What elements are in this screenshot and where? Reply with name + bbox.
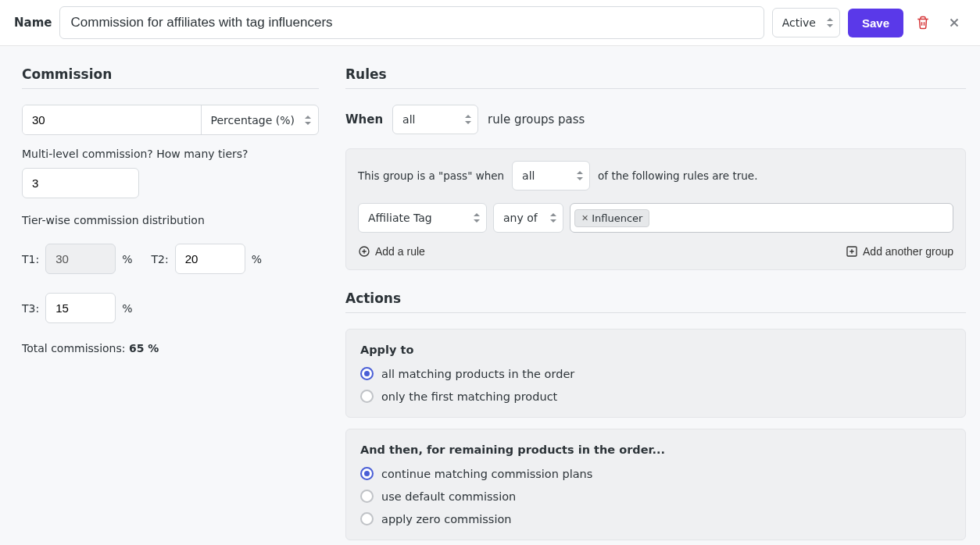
radio-icon [360, 490, 374, 503]
radio-icon [360, 367, 374, 380]
rule-operator-value: any of [503, 212, 538, 224]
mlm-label: Multi-level commission? How many tiers? [22, 148, 319, 160]
apply-to-option-all[interactable]: all matching products in the order [360, 367, 951, 380]
rule-field-select[interactable]: Affiliate Tag [358, 203, 487, 233]
close-icon [947, 16, 961, 30]
rule-field-value: Affiliate Tag [368, 212, 432, 224]
when-row: When all rule groups pass [345, 105, 966, 134]
name-label: Name [14, 16, 52, 30]
chevron-updown-icon [304, 115, 312, 126]
radio-icon [360, 467, 374, 480]
group-suffix: of the following rules are true. [598, 169, 757, 182]
trash-icon [916, 16, 930, 30]
then-option-continue[interactable]: continue matching commission plans [360, 467, 951, 480]
actions-title: Actions [345, 290, 966, 313]
apply-to-panel: Apply to all matching products in the or… [345, 329, 966, 418]
radio-label: only the first matching product [381, 390, 557, 403]
add-rule-label: Add a rule [375, 245, 425, 258]
percent-sign: % [122, 302, 132, 315]
when-select-value: all [402, 113, 415, 126]
tier-label: T3: [22, 302, 39, 315]
radio-label: continue matching commission plans [381, 468, 592, 480]
group-header: This group is a "pass" when all of the f… [358, 161, 953, 191]
percent-sign: % [122, 253, 132, 265]
rule-row: Affiliate Tag any of ✕ Influencer [358, 203, 953, 233]
status-select[interactable]: Active [772, 8, 840, 37]
when-label: When [345, 112, 383, 126]
name-input[interactable] [59, 6, 764, 39]
commission-type-select[interactable]: Percentage (%) [201, 105, 318, 134]
add-rule-button[interactable]: Add a rule [358, 245, 425, 258]
tag-remove-icon[interactable]: ✕ [581, 213, 588, 223]
plus-square-icon [846, 245, 858, 258]
when-suffix: rule groups pass [488, 112, 585, 126]
plus-circle-icon [358, 245, 370, 258]
rules-title: Rules [345, 66, 966, 89]
percent-sign: % [252, 253, 262, 265]
tier-value-input-t3[interactable] [45, 293, 116, 323]
apply-to-option-first[interactable]: only the first matching product [360, 390, 951, 403]
commission-amount-input[interactable] [23, 105, 201, 134]
tag-text: Influencer [592, 212, 642, 224]
and-then-panel: And then, for remaining products in the … [345, 429, 966, 540]
radio-label: use default commission [381, 490, 516, 503]
commission-amount-row: Percentage (%) [22, 105, 319, 135]
tier-inputs-row-2: T3: % [22, 293, 319, 323]
tag-chip: ✕ Influencer [574, 209, 649, 227]
total-value: 65 % [129, 342, 159, 354]
add-group-label: Add another group [863, 245, 953, 258]
header-bar: Name Active Save [0, 0, 980, 46]
then-option-default[interactable]: use default commission [360, 490, 951, 503]
rule-value-taginput[interactable]: ✕ Influencer [570, 203, 953, 233]
rule-operator-select[interactable]: any of [493, 203, 563, 233]
delete-button[interactable] [911, 11, 935, 34]
tier-value-input-t2[interactable] [175, 244, 245, 274]
apply-to-label: Apply to [360, 344, 951, 356]
radio-label: all matching products in the order [381, 368, 574, 380]
radio-icon [360, 512, 374, 525]
close-button[interactable] [942, 11, 966, 34]
tiers-count-input[interactable] [22, 168, 139, 198]
total-commissions-line: Total commissions: 65 % [22, 342, 319, 354]
commission-type-value: Percentage (%) [211, 114, 295, 126]
tier-item: T3: % [22, 293, 133, 323]
status-select-value: Active [782, 16, 816, 29]
tier-item: T2: % [152, 244, 263, 274]
group-pass-value: all [522, 169, 535, 182]
group-pass-select[interactable]: all [512, 161, 590, 191]
content: Commission Percentage (%) Multi-level co… [0, 46, 980, 545]
commission-panel: Commission Percentage (%) Multi-level co… [22, 66, 319, 545]
radio-label: apply zero commission [381, 513, 512, 525]
tier-label: T1: [22, 253, 39, 265]
tier-inputs-row: T1: % T2: % [22, 244, 319, 274]
tier-value-input-t1 [45, 244, 116, 274]
total-prefix: Total commissions: [22, 342, 129, 354]
tier-dist-label: Tier-wise commission distribution [22, 214, 319, 226]
group-footer: Add a rule Add another group [358, 245, 953, 258]
then-option-zero[interactable]: apply zero commission [360, 512, 951, 525]
rules-actions-panel: Rules When all rule groups pass This gro… [345, 66, 966, 545]
tier-label: T2: [152, 253, 169, 265]
save-button[interactable]: Save [848, 9, 903, 37]
rule-group: This group is a "pass" when all of the f… [345, 148, 966, 270]
and-then-label: And then, for remaining products in the … [360, 443, 951, 456]
add-group-button[interactable]: Add another group [846, 245, 953, 258]
radio-icon [360, 390, 374, 403]
when-select[interactable]: all [392, 105, 478, 134]
commission-title: Commission [22, 66, 319, 89]
tier-item: T1: % [22, 244, 133, 274]
group-prefix: This group is a "pass" when [358, 169, 504, 182]
